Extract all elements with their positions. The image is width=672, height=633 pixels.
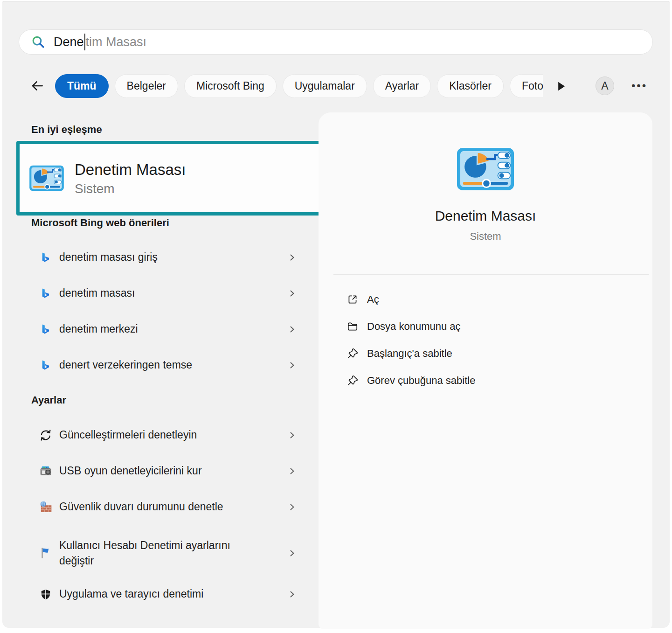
- open-icon: [346, 293, 359, 306]
- refresh-icon: [39, 428, 53, 442]
- divider: [333, 274, 649, 275]
- setting-label: Kullanıcı Hesabı Denetimi ayarlarını değ…: [59, 538, 260, 569]
- more-options-button[interactable]: •••: [627, 77, 651, 95]
- back-button[interactable]: [29, 78, 46, 93]
- search-suggestion-text: tim Masası: [86, 35, 147, 49]
- tab-label: Microsoft Bing: [196, 80, 264, 92]
- control-panel-icon: [29, 165, 64, 192]
- chevron-right-icon: [288, 549, 296, 557]
- action-open[interactable]: Aç: [319, 286, 652, 313]
- account-avatar[interactable]: A: [596, 77, 614, 95]
- tab-apps[interactable]: Uygulamalar: [283, 74, 367, 98]
- tab-label: Ayarlar: [385, 80, 419, 92]
- action-pin-to-taskbar[interactable]: Görev çubuğuna sabitle: [319, 367, 652, 394]
- setting-label: Güncelleştirmeleri denetleyin: [59, 427, 197, 443]
- avatar-letter: A: [601, 80, 608, 92]
- action-label: Başlangıç'a sabitle: [367, 348, 452, 360]
- chevron-right-icon: [288, 253, 296, 262]
- bing-suggestion-item[interactable]: denetim merkezi: [16, 317, 296, 341]
- tab-label: Fotoğraflar: [522, 80, 543, 92]
- folder-icon: [346, 320, 359, 333]
- suggestion-label: denetim masası giriş: [59, 250, 158, 265]
- chevron-right-icon: [288, 590, 296, 598]
- suggestion-label: denert verzekeringen temse: [59, 357, 192, 373]
- tab-microsoft-bing[interactable]: Microsoft Bing: [184, 74, 277, 98]
- action-open-file-location[interactable]: Dosya konumunu aç: [319, 313, 652, 340]
- search-window: Denetim Masası Tümü Belgeler Microsoft B…: [2, 1, 670, 628]
- chevron-right-icon: [288, 431, 296, 439]
- bing-icon: [39, 322, 53, 336]
- uac-flag-icon: [39, 546, 53, 560]
- tab-documents[interactable]: Belgeler: [115, 74, 178, 98]
- bing-suggestion-item[interactable]: denert verzekeringen temse: [16, 353, 296, 377]
- best-match-text: Denetim Masası Sistem: [75, 160, 186, 196]
- control-panel-icon: [456, 147, 515, 191]
- action-pin-to-start[interactable]: Başlangıç'a sabitle: [319, 340, 652, 367]
- firewall-icon: [39, 500, 53, 514]
- tab-label: Uygulamalar: [295, 80, 355, 92]
- tab-all[interactable]: Tümü: [55, 74, 109, 98]
- suggestion-label: denetim merkezi: [59, 321, 138, 337]
- tabs-scroll-right-button[interactable]: [554, 80, 568, 93]
- best-match-subtitle: Sistem: [75, 181, 186, 196]
- best-match-title: Denetim Masası: [75, 160, 186, 179]
- tab-photos[interactable]: Fotoğraflar: [510, 74, 543, 98]
- best-match-header: En iyi eşleşme: [31, 124, 102, 136]
- bing-icon: [39, 358, 53, 372]
- setting-item-uac-settings[interactable]: Kullanıcı Hesabı Denetimi ayarlarını değ…: [16, 531, 296, 576]
- play-icon: [554, 80, 568, 93]
- tab-settings[interactable]: Ayarlar: [373, 74, 431, 98]
- setting-item-usb-game-controllers[interactable]: USB oyun denetleyicilerini kur: [16, 459, 296, 483]
- suggestion-label: denetim masası: [59, 285, 135, 301]
- filter-tabs-row: Tümü Belgeler Microsoft Bing Uygulamalar…: [2, 73, 670, 99]
- tab-label: Klasörler: [449, 80, 492, 92]
- bing-icon: [39, 286, 53, 300]
- game-controller-icon: [39, 464, 53, 478]
- chevron-right-icon: [288, 503, 296, 511]
- tab-label: Tümü: [67, 80, 97, 92]
- bing-suggestions-header: Microsoft Bing web önerileri: [31, 217, 169, 229]
- bing-suggestion-item[interactable]: denetim masası: [16, 281, 296, 306]
- filter-tabs-strip: Tümü Belgeler Microsoft Bing Uygulamalar…: [55, 73, 543, 99]
- text-caret: [84, 34, 85, 50]
- security-shield-icon: [39, 587, 53, 601]
- chevron-right-icon: [288, 289, 296, 298]
- settings-section-header: Ayarlar: [31, 394, 66, 406]
- search-icon: [31, 35, 45, 49]
- setting-item-firewall-status[interactable]: Güvenlik duvarı durumunu denetle: [16, 495, 296, 519]
- action-label: Görev çubuğuna sabitle: [367, 375, 475, 387]
- action-label: Aç: [367, 293, 379, 306]
- search-typed-text: Dene: [54, 35, 84, 49]
- setting-label: USB oyun denetleyicilerini kur: [59, 463, 202, 479]
- tab-folders[interactable]: Klasörler: [437, 74, 504, 98]
- setting-item-check-updates[interactable]: Güncelleştirmeleri denetleyin: [16, 423, 296, 447]
- tab-label: Belgeler: [127, 80, 166, 92]
- back-arrow-icon: [29, 78, 46, 93]
- setting-label: Güvenlik duvarı durumunu denetle: [59, 499, 223, 515]
- chevron-right-icon: [288, 325, 296, 334]
- search-input[interactable]: Denetim Masası: [54, 34, 146, 50]
- preview-actions: Aç Dosya konumunu aç Başlangıç'a sabitle: [319, 286, 652, 394]
- preview-title: Denetim Masası: [319, 208, 652, 224]
- bing-suggestion-item[interactable]: denetim masası giriş: [16, 245, 296, 270]
- bing-icon: [39, 250, 53, 264]
- preview-panel: Denetim Masası Sistem Aç Dosya konumunu …: [319, 112, 652, 629]
- preview-subtitle: Sistem: [319, 230, 652, 243]
- setting-label: Uygulama ve tarayıcı denetimi: [59, 586, 203, 602]
- chevron-right-icon: [288, 467, 296, 475]
- pin-icon: [346, 375, 359, 387]
- pin-icon: [346, 348, 359, 360]
- ellipsis-icon: •••: [631, 79, 647, 92]
- best-match-result[interactable]: Denetim Masası Sistem: [16, 141, 356, 216]
- search-bar[interactable]: Denetim Masası: [19, 29, 653, 55]
- action-label: Dosya konumunu aç: [367, 320, 461, 333]
- chevron-right-icon: [288, 361, 296, 369]
- setting-item-app-browser-control[interactable]: Uygulama ve tarayıcı denetimi: [16, 582, 296, 606]
